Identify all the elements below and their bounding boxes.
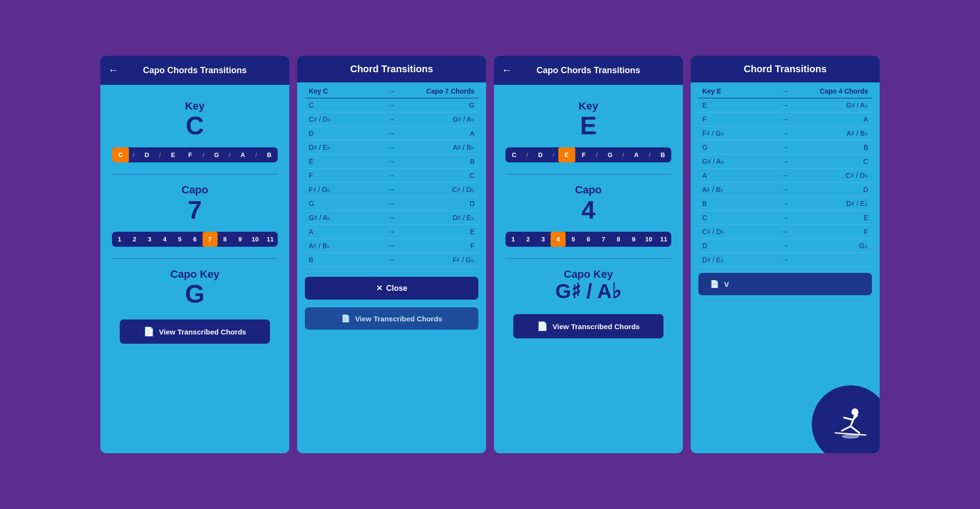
ct-arrow-0: → [382,101,401,109]
capo-btn-6[interactable]: 6 [187,232,202,247]
ct4-right-2: A♯ / B♭ [795,129,868,137]
divider3 [506,174,671,175]
ct-right-6: C♯ / D♭ [401,186,474,193]
capo-btn-1-3[interactable]: 1 [506,232,521,247]
close-icon-x: ✕ [376,284,382,293]
ct4-arrow-2: → [775,129,795,137]
ct-left-4: E [309,158,382,165]
capo-btn-10[interactable]: 10 [248,232,263,247]
capo-btn-7[interactable]: 7 [203,232,218,247]
key-btn-G-3[interactable]: G [601,147,618,162]
ct4-arrow-11: → [775,256,795,264]
key-btn-E[interactable]: E [165,147,182,162]
slash5: / [252,147,261,162]
ct-arrow-3: → [382,143,401,151]
ct4-right-10: G♭ [795,242,868,250]
capo-btn-2[interactable]: 2 [127,232,142,247]
ct-col-left-header-2: Key E [702,87,775,95]
ct-left-10: A♯ / B♭ [309,242,382,250]
ct4-right-8: E [795,214,868,222]
ct4-arrow-0: → [775,101,795,109]
ct-row-9: A → E [305,225,478,239]
ct-left-11: B [309,256,382,264]
ct4-right-1: A [795,115,868,123]
slash3: / [199,147,208,162]
capo-btn-11[interactable]: 11 [263,232,278,247]
svg-point-7 [842,434,859,439]
ct-left-1: C♯ / D♭ [309,115,382,123]
capo-btn-10-3[interactable]: 10 [641,232,656,247]
capo-btn-5-3[interactable]: 5 [566,232,581,247]
fab-button[interactable] [812,385,880,453]
capo-key-label-3: Capo Key [564,269,613,280]
ct4-row-6: A♯ / B♭ → D [698,183,872,197]
back-button-3[interactable]: ← [502,64,512,77]
key-btn-F-3[interactable]: F [575,147,592,162]
key-btn-E-3[interactable]: E [558,147,575,162]
ct4-arrow-10: → [775,242,795,250]
capo-btn-8[interactable]: 8 [218,232,233,247]
capo-btn-3-3[interactable]: 3 [536,232,551,247]
ct-right-7: D [401,200,474,207]
ct-arrow-10: → [382,242,401,250]
key-btn-A[interactable]: A [234,147,251,162]
ct4-left-3: G [702,143,775,151]
capo-btn-4-3[interactable]: 4 [551,232,566,247]
capo-label-1: Capo [182,184,208,196]
screen-4: Chord Transitions Key E → Capo 4 Chords … [691,56,880,453]
capo-btn-7-3[interactable]: 7 [596,232,611,247]
key-btn-C[interactable]: C [112,147,129,162]
ct-right-4: B [401,158,474,165]
view-btn-icon-3: 📄 [537,321,548,332]
ct-left-3: D♯ / E♭ [309,143,382,151]
close-button-1[interactable]: ✕ Close [305,277,478,300]
capo-btn-9-3[interactable]: 9 [626,232,641,247]
slash4: / [225,147,234,162]
capo-key-value-1: G [185,280,205,308]
key-btn-A-3[interactable]: A [628,147,645,162]
capo-key-label-1: Capo Key [170,269,219,280]
key-btn-D[interactable]: D [138,147,155,162]
ct4-row-0: E → G♯ / A♭ [698,98,872,112]
ct4-row-5: A → C♯ / D♭ [698,169,872,183]
capo-btn-2-3[interactable]: 2 [521,232,536,247]
ct4-left-8: C [702,214,775,222]
capo-btn-8-3[interactable]: 8 [611,232,626,247]
capo-btn-11-3[interactable]: 11 [656,232,671,247]
capo-selector-1: 1 2 3 4 5 6 7 8 9 10 11 [112,232,278,247]
capo-btn-6-3[interactable]: 6 [581,232,596,247]
screen2-header: Chord Transitions [297,56,486,82]
key-btn-C-3[interactable]: C [506,147,522,162]
view-transcribed-btn-3[interactable]: 📄 View Transcribed Chords [513,314,664,338]
screen3-header: ← Capo Chords Transitions [494,56,683,85]
capo-value-3: 4 [582,196,596,224]
ct4-arrow-9: → [775,228,795,236]
capo-btn-9[interactable]: 9 [233,232,248,247]
view-transcribed-btn-1[interactable]: 📄 View Transcribed Chords [120,319,270,344]
ct-row-2: D → A [305,127,478,141]
key-btn-F[interactable]: F [182,147,199,162]
ct4-arrow-5: → [775,172,795,179]
capo-btn-5[interactable]: 5 [172,232,187,247]
key-btn-G[interactable]: G [208,147,225,162]
capo-btn-1[interactable]: 1 [112,232,127,247]
ct4-row-4: G♯ / A♭ → C [698,155,872,169]
ct-right-5: C [401,172,474,179]
screen3-content: Key E C / D / E F / G / A / B Capo 4 1 2 [494,85,683,352]
screen-1: ← Capo Chords Transitions Key C C / D / … [100,56,289,453]
back-button-1[interactable]: ← [108,64,119,77]
ct4-row-10: D → G♭ [698,239,872,253]
view-transcribed-btn-2[interactable]: 📄 View Transcribed Chords [305,307,478,330]
chord-table-2: Key E → Capo 4 Chords E → G♯ / A♭ F → A … [691,82,880,269]
capo-btn-3[interactable]: 3 [142,232,157,247]
key-selector-3: C / D / E F / G / A / B [506,147,671,162]
key-btn-B[interactable]: B [261,147,278,162]
view-btn-label-3: View Transcribed Chords [553,322,640,331]
ct-header-row-1: Key C → Capo 7 Chords [305,84,478,98]
close-label-1: Close [386,284,408,293]
key-btn-B-3[interactable]: B [654,147,671,162]
ct4-left-11: D♯ / E♭ [702,256,775,264]
key-btn-D-3[interactable]: D [532,147,549,162]
ct-left-8: G♯ / A♭ [309,214,382,222]
capo-btn-4[interactable]: 4 [157,232,172,247]
